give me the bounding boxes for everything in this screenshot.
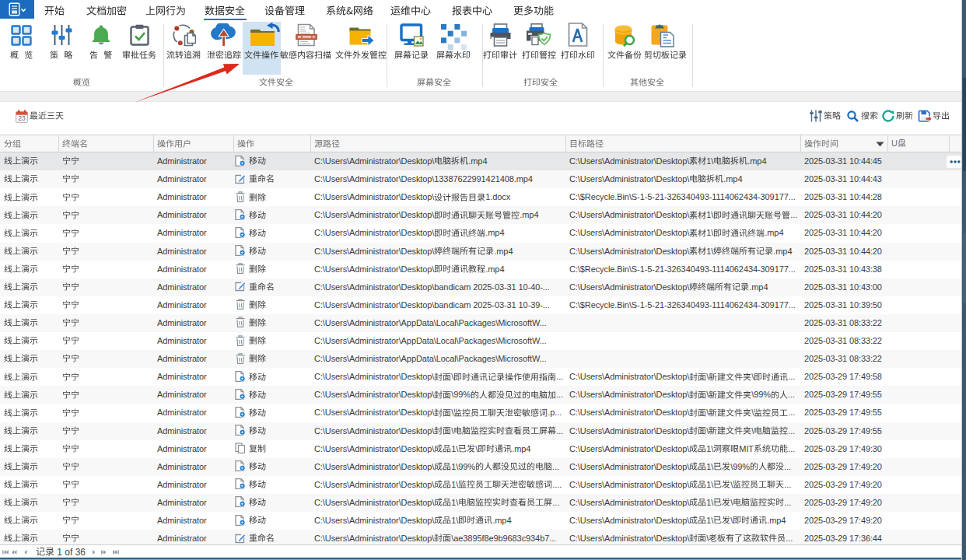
svg-text:23: 23 <box>18 115 26 122</box>
